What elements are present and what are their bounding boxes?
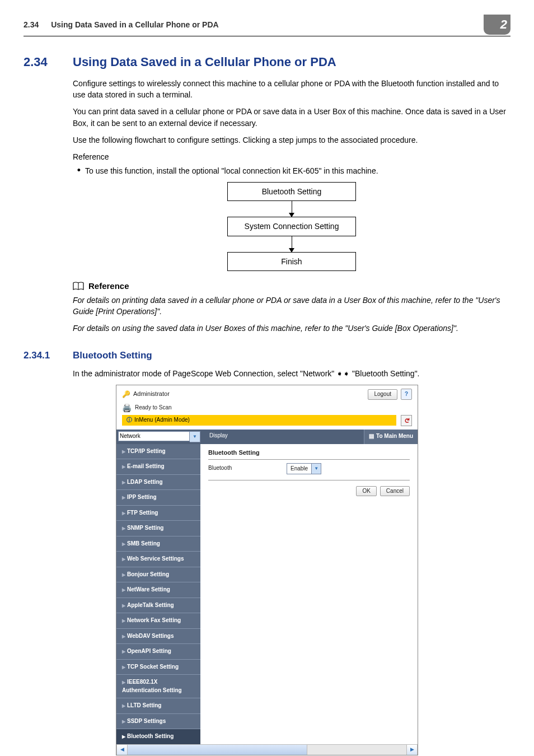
section-heading: 2.34 Using Data Saved in a Cellular Phon… — [24, 53, 510, 71]
help-button[interactable]: ? — [401, 389, 412, 400]
admin-indicator: 🔑 Administrator — [122, 390, 170, 399]
sidebar-item-label: LDAP Setting — [127, 479, 163, 485]
display-label: Display — [204, 430, 233, 444]
triangle-icon: ▶ — [122, 603, 125, 609]
sidebar-item[interactable]: ▶IPP Setting — [116, 489, 200, 505]
triangle-icon: ▶ — [122, 556, 125, 563]
printer-status: Ready to Scan — [135, 404, 172, 412]
sidebar-item[interactable]: ▶LDAP Setting — [116, 474, 200, 490]
sidebar-item-label: TCP Socket Setting — [127, 664, 179, 670]
sidebar-item[interactable]: ▶LLTD Setting — [116, 698, 200, 713]
flowchart-step[interactable]: System Connection Setting — [227, 217, 356, 236]
chevron-down-icon: ▼ — [311, 464, 321, 474]
sidebar-item[interactable]: ▶WebDAV Settings — [116, 628, 200, 644]
sidebar-item[interactable]: ▶FTP Setting — [116, 505, 200, 521]
sidebar-item-label: SSDP Settings — [127, 718, 166, 724]
refresh-icon: ↻ — [401, 418, 411, 423]
sidebar-item-label: E-mail Setting — [127, 463, 165, 469]
sidebar-item[interactable]: ▶Bonjour Setting — [116, 567, 200, 582]
sidebar-item[interactable]: ▶Network Fax Setting — [116, 613, 200, 628]
section-paragraph: Use the following flowchart to configure… — [73, 134, 510, 146]
triangle-icon: ▶ — [122, 449, 125, 455]
setting-row: Bluetooth Enable ▼ — [208, 463, 410, 474]
triangle-icon: ▶ — [122, 618, 125, 624]
info-icon: ⓘ — [127, 416, 132, 424]
scrollbar-thumb[interactable] — [128, 745, 307, 755]
triangle-icon: ▶ — [122, 703, 125, 710]
sidebar-item[interactable]: ▶E-mail Setting — [116, 459, 200, 474]
section-number: 2.34 — [24, 53, 73, 71]
subsection-title: Bluetooth Setting — [73, 349, 152, 363]
panel-title: Bluetooth Setting — [208, 449, 410, 458]
section-paragraph: You can print data saved in a cellular p… — [73, 106, 510, 129]
sidebar-item-label: TCP/IP Setting — [127, 448, 166, 454]
flowchart-step: Finish — [227, 252, 356, 271]
sidebar-item[interactable]: ▶TCP/IP Setting — [116, 444, 200, 459]
sidebar-item-label: IPP Setting — [127, 494, 157, 500]
flowchart-step[interactable]: Bluetooth Setting — [227, 182, 356, 201]
subsection-intro: In the administrator mode of PageScope W… — [73, 368, 510, 379]
reference-text: For details on using the saved data in U… — [73, 323, 510, 334]
triangle-icon: ▶ — [122, 679, 125, 686]
sidebar-item[interactable]: ▶SMB Setting — [116, 536, 200, 552]
bullet-icon: • — [73, 166, 85, 174]
sidebar-item[interactable]: ▶Web Service Settings — [116, 551, 200, 567]
logout-button[interactable]: Logout — [368, 389, 397, 400]
reference-text: For details on printing data saved in a … — [73, 295, 510, 318]
sidebar-item-label: LLTD Setting — [127, 702, 161, 708]
chevron-down-icon[interactable]: ▼ — [190, 431, 200, 442]
panel-rule — [208, 480, 410, 480]
triangle-icon: ▶ — [122, 633, 125, 640]
scroll-left-icon[interactable]: ◀ — [116, 745, 128, 755]
sidebar-item-label: Bluetooth Setting — [127, 733, 174, 739]
triangle-icon: ▶ — [122, 525, 125, 532]
sidebar-item[interactable]: ▶TCP Socket Setting — [116, 659, 200, 675]
sidebar-item[interactable]: ▶AppleTalk Setting — [116, 598, 200, 613]
navigation-bar: ▼ Display ▤ To Main Menu — [116, 430, 418, 444]
subsection-number: 2.34.1 — [24, 349, 73, 363]
subsection-heading: 2.34.1 Bluetooth Setting — [24, 349, 510, 363]
sidebar-item[interactable]: ▶NetWare Setting — [116, 582, 200, 598]
sidebar-item-label: Web Service Settings — [127, 556, 184, 562]
scroll-right-icon[interactable]: ▶ — [406, 745, 418, 755]
horizontal-scrollbar[interactable]: ◀ ▶ — [116, 744, 418, 755]
refresh-button[interactable]: ↻ — [401, 415, 412, 426]
admin-icon: 🔑 — [122, 390, 130, 399]
header-section-number: 2.34 — [24, 20, 39, 29]
scrollbar-track[interactable] — [307, 745, 406, 755]
section-title: Using Data Saved in a Cellular Phone or … — [73, 53, 336, 71]
sidebar-item[interactable]: ▶SSDP Settings — [116, 713, 200, 729]
book-icon — [73, 282, 84, 291]
triangle-icon: ▶ — [122, 541, 125, 548]
to-main-menu-button[interactable]: ▤ To Main Menu — [364, 430, 418, 444]
chapter-number: 2 — [500, 16, 507, 34]
web-connection-screenshot: 🔑 Administrator Logout ? 🖨️ Ready to Sca… — [116, 385, 418, 755]
reference-bullet: • To use this function, install the opti… — [73, 165, 510, 176]
reference-head: Reference — [73, 280, 510, 292]
sidebar-item-label: SNMP Setting — [127, 525, 163, 531]
panel-rule — [208, 459, 410, 460]
flowchart: Bluetooth Setting System Connection Sett… — [227, 182, 356, 271]
section-paragraph: Configure settings to wirelessly connect… — [73, 78, 510, 101]
sidebar-item-label: Network Fax Setting — [127, 617, 181, 623]
cancel-button[interactable]: Cancel — [380, 486, 410, 497]
reference-head-label: Reference — [88, 280, 129, 292]
sidebar-item[interactable]: ▶IEEE802.1X Authentication Setting — [116, 674, 200, 698]
ok-button[interactable]: OK — [356, 486, 376, 497]
sidebar-item-label: WebDAV Settings — [127, 633, 174, 639]
sidebar-item[interactable]: ▶SNMP Setting — [116, 520, 200, 536]
triangle-icon: ▶ — [122, 510, 125, 517]
admin-label: Administrator — [133, 390, 170, 399]
setting-label: Bluetooth — [208, 464, 287, 473]
sidebar-item-label: IEEE802.1X Authentication Setting — [122, 679, 182, 693]
sidebar-item-label: OpenAPI Setting — [127, 648, 171, 654]
category-select[interactable] — [118, 431, 190, 441]
setting-select[interactable]: Enable ▼ — [287, 463, 321, 474]
printer-icon: 🖨️ — [122, 402, 132, 413]
chapter-number-box: 2 — [484, 15, 510, 35]
sidebar-item[interactable]: ▶Bluetooth Setting — [116, 729, 200, 744]
sidebar-item-label: FTP Setting — [127, 510, 158, 516]
sidebar-item[interactable]: ▶OpenAPI Setting — [116, 643, 200, 659]
triangle-icon: ▶ — [122, 664, 125, 671]
header-rule — [24, 36, 510, 36]
